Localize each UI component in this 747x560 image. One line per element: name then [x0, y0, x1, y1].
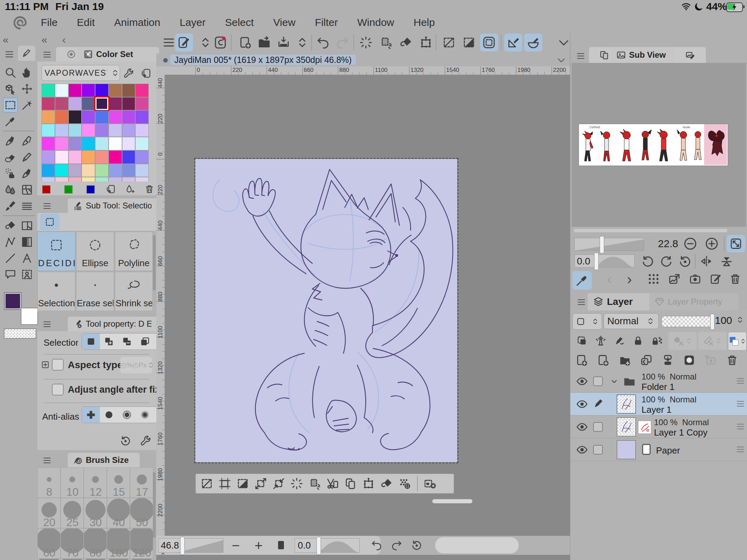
layer-visibility-icon[interactable]: [576, 398, 588, 410]
menu-item-animation[interactable]: Animation: [114, 17, 160, 28]
sub-tool-item-selection[interactable]: Selection: [37, 272, 75, 311]
color-swatch[interactable]: [55, 151, 68, 164]
opacity-stepper[interactable]: [736, 315, 745, 324]
tool-settings-wrench-icon[interactable]: [140, 435, 151, 447]
brush-size-15[interactable]: 15: [107, 467, 130, 498]
anti-aliasing-control[interactable]: [82, 407, 167, 423]
layer-lock-icon[interactable]: [630, 333, 646, 348]
color-swatch[interactable]: [69, 84, 82, 97]
trash-icon[interactable]: [729, 272, 742, 286]
layer-thumbnail[interactable]: [617, 394, 636, 414]
color-swatch[interactable]: [95, 84, 108, 97]
transfer-down-icon[interactable]: [639, 353, 654, 368]
color-set-dropdown[interactable]: VAPORWAVESWAT: [42, 65, 120, 81]
launcher-settings-icon[interactable]: [423, 476, 438, 491]
sub-tool-item-shrink-sele[interactable]: Shrink sele: [115, 272, 153, 311]
next-canvas-icon[interactable]: ›: [627, 271, 632, 288]
brush-size-12[interactable]: 12: [84, 467, 107, 498]
tool-text-icon[interactable]: [3, 251, 18, 266]
undo-icon[interactable]: [314, 34, 332, 52]
rotation-slider[interactable]: 0.0: [295, 538, 360, 553]
menu-item-select[interactable]: Select: [225, 17, 254, 28]
color-swatch[interactable]: [55, 124, 68, 137]
layer-checkbox[interactable]: [593, 445, 603, 455]
deselect-icon[interactable]: [440, 34, 458, 52]
color-swatch[interactable]: [122, 97, 135, 110]
tool-frame-border-icon[interactable]: [3, 182, 18, 197]
scale-up-icon[interactable]: [253, 476, 268, 491]
color-swatch[interactable]: [55, 84, 68, 97]
expand-selection-icon[interactable]: [307, 476, 322, 491]
color-swatch[interactable]: [42, 97, 55, 110]
tool-zoom-icon[interactable]: [3, 65, 18, 80]
tool-airbrush-icon[interactable]: [19, 150, 35, 165]
layer-row-folder-1[interactable]: 100 % NormalFolder 1: [570, 370, 747, 393]
tool-marquee-icon[interactable]: [3, 97, 18, 113]
brush-size-scrollbar[interactable]: [153, 472, 156, 538]
tool-gradient-icon[interactable]: [3, 234, 18, 250]
tool-property-tab[interactable]: Tool property: D E C I D E: [68, 317, 165, 331]
layer-handle-icon[interactable]: [736, 376, 746, 386]
color-swatch[interactable]: [55, 137, 68, 150]
tool-tool-icon[interactable]: [19, 267, 35, 282]
layer-row-paper[interactable]: Paper: [570, 438, 747, 461]
color-swatch[interactable]: [95, 177, 108, 181]
brush-size-80[interactable]: 80: [84, 528, 107, 559]
color-swatch[interactable]: [82, 151, 95, 164]
color-swatch[interactable]: [82, 137, 95, 150]
restore-camera-icon[interactable]: [703, 353, 718, 368]
layer-mask-icon[interactable]: [682, 353, 697, 368]
invert-selection-icon[interactable]: [460, 34, 478, 52]
tool-operation-icon[interactable]: [3, 81, 18, 96]
sub-tool-item-ellipse[interactable]: Ellipse: [76, 232, 114, 271]
layer-visibility-icon[interactable]: [576, 421, 588, 433]
open-file-icon[interactable]: [255, 34, 273, 52]
import-icon[interactable]: [105, 183, 116, 195]
new-layer-icon[interactable]: [574, 353, 590, 368]
color-swatch[interactable]: [109, 111, 122, 123]
opacity-slider[interactable]: [662, 316, 713, 327]
layer-clipping-icon[interactable]: [574, 333, 590, 348]
tool-line-icon[interactable]: [19, 234, 35, 250]
color-swatch[interactable]: [109, 97, 122, 110]
color-swatch-selected[interactable]: [95, 97, 108, 110]
sub-tool-current[interactable]: [40, 214, 59, 230]
menu-item-filter[interactable]: Filter: [315, 17, 338, 28]
tool-blend-icon[interactable]: [19, 166, 35, 181]
adjust-angle-checkbox[interactable]: [52, 384, 64, 395]
secondary-color-swatch[interactable]: [21, 308, 38, 325]
color-swatch[interactable]: [122, 151, 135, 164]
layer-handle-icon[interactable]: [736, 399, 746, 409]
color-swatch[interactable]: [136, 137, 148, 150]
color-swatch[interactable]: [69, 137, 82, 150]
tool-hatching-icon[interactable]: [3, 198, 18, 214]
layer-reference-icon[interactable]: [593, 333, 608, 348]
color-swatch[interactable]: [55, 97, 68, 110]
crop-selection-icon[interactable]: [217, 476, 232, 491]
tool-balloon-icon[interactable]: [19, 251, 35, 266]
deselect-icon[interactable]: [199, 476, 214, 491]
import-icon[interactable]: [140, 68, 151, 79]
color-swatch[interactable]: [109, 151, 122, 164]
opacity-handle[interactable]: [710, 314, 714, 330]
layer-secondary-thumbnail[interactable]: [638, 421, 651, 434]
color-swatch[interactable]: [82, 97, 95, 110]
new-tone-icon[interactable]: [397, 476, 412, 491]
undo-icon[interactable]: [371, 539, 382, 551]
transform-icon[interactable]: [361, 476, 376, 491]
color-swatch[interactable]: [82, 164, 95, 177]
flip-horizontal-icon[interactable]: [700, 254, 713, 268]
menu-item-window[interactable]: Window: [357, 17, 394, 28]
color-swatch[interactable]: [136, 151, 148, 164]
tool-pen-soft-icon[interactable]: [3, 133, 18, 149]
brush-size-extra[interactable]: [107, 559, 130, 560]
snap-ruler-icon[interactable]: [504, 34, 522, 52]
tool-polyline-icon[interactable]: [19, 218, 35, 233]
layer-checkbox[interactable]: [593, 376, 603, 386]
layer-handle-icon[interactable]: [736, 445, 746, 455]
quick-color-swatch[interactable]: [42, 185, 50, 194]
color-swatch[interactable]: [122, 111, 135, 123]
layer-tab[interactable]: Layer: [588, 293, 657, 310]
tool-eraser-icon[interactable]: [19, 133, 35, 149]
layer-checkbox[interactable]: [593, 422, 603, 432]
